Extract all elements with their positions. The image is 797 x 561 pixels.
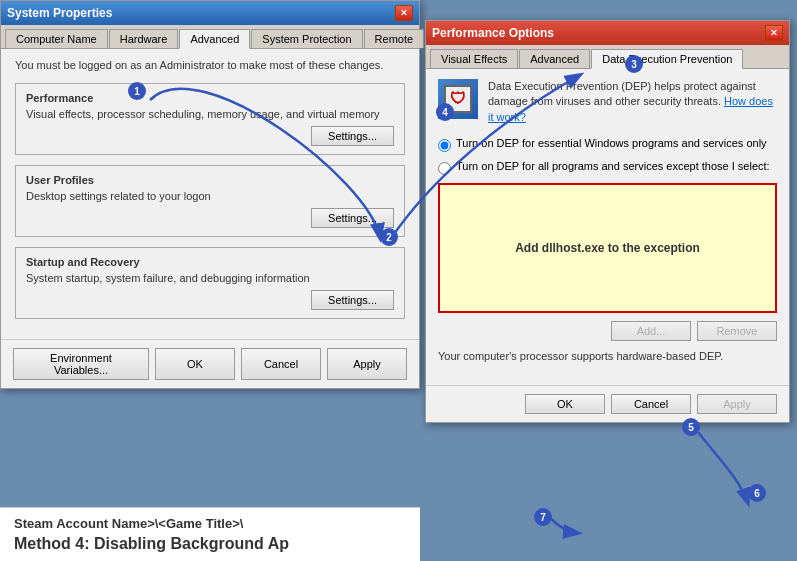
perf-titlebar-buttons: ✕ (765, 25, 783, 41)
user-profiles-section: User Profiles Desktop settings related t… (15, 165, 405, 237)
perf-opts-content: 🛡 Data Execution Prevention (DEP) helps … (426, 69, 789, 385)
dep-radio-essential-input[interactable] (438, 139, 451, 152)
dep-exception-list: Add dllhost.exe to the exception (438, 183, 777, 313)
annotation-5: 5 (682, 418, 700, 436)
tab-hardware[interactable]: Hardware (109, 29, 179, 48)
perf-apply-button[interactable]: Apply (697, 394, 777, 414)
tab-advanced-perf[interactable]: Advanced (519, 49, 590, 68)
startup-recovery-title: Startup and Recovery (26, 256, 394, 268)
dep-radio-all-input[interactable] (438, 162, 451, 175)
tab-remote[interactable]: Remote (364, 29, 425, 48)
system-props-titlebar: System Properties ✕ (1, 1, 419, 25)
startup-settings-button[interactable]: Settings... (311, 290, 394, 310)
dep-radio-essential-label: Turn on DEP for essential Windows progra… (456, 137, 767, 149)
tutorial-path: Steam Account Name>\<Game Title>\ (14, 516, 406, 531)
performance-options-window: Performance Options ✕ Visual Effects Adv… (425, 20, 790, 423)
admin-info-text: You must be logged on as an Administrato… (15, 59, 405, 71)
performance-section: Performance Visual effects, processor sc… (15, 83, 405, 155)
system-props-tabbar: Computer Name Hardware Advanced System P… (1, 25, 419, 49)
system-props-bottom-bar: Environment Variables... OK Cancel Apply (1, 339, 419, 388)
annotation-6: 6 (748, 484, 766, 502)
dep-add-button[interactable]: Add... (611, 321, 691, 341)
user-profiles-title: User Profiles (26, 174, 394, 186)
annotation-2: 2 (380, 228, 398, 246)
dep-remove-button[interactable]: Remove (697, 321, 777, 341)
annotation-3: 3 (625, 55, 643, 73)
dep-radio-all: Turn on DEP for all programs and service… (438, 160, 777, 175)
perf-ok-button[interactable]: OK (525, 394, 605, 414)
startup-recovery-section: Startup and Recovery System startup, sys… (15, 247, 405, 319)
system-props-cancel-button[interactable]: Cancel (241, 348, 321, 380)
environment-variables-button[interactable]: Environment Variables... (13, 348, 149, 380)
dep-radio-essential: Turn on DEP for essential Windows progra… (438, 137, 777, 152)
user-profiles-settings-button[interactable]: Settings... (311, 208, 394, 228)
system-props-ok-button[interactable]: OK (155, 348, 235, 380)
annotation-4: 4 (436, 103, 454, 121)
perf-close-button[interactable]: ✕ (765, 25, 783, 41)
performance-desc: Visual effects, processor scheduling, me… (26, 108, 394, 120)
startup-recovery-desc: System startup, system failure, and debu… (26, 272, 394, 284)
tutorial-bottom-bar: Steam Account Name>\<Game Title>\ Method… (0, 507, 420, 561)
annotation-7: 7 (534, 508, 552, 526)
system-props-title: System Properties (7, 6, 112, 20)
user-profiles-desc: Desktop settings related to your logon (26, 190, 394, 202)
tab-dep[interactable]: Data Execution Prevention (591, 49, 743, 69)
system-props-content: You must be logged on as an Administrato… (1, 49, 419, 339)
system-props-apply-button[interactable]: Apply (327, 348, 407, 380)
perf-opts-tabbar: Visual Effects Advanced Data Execution P… (426, 45, 789, 69)
performance-settings-button[interactable]: Settings... (311, 126, 394, 146)
dep-exception-label: Add dllhost.exe to the exception (515, 241, 700, 255)
dep-desc-text: Data Execution Prevention (DEP) helps pr… (488, 80, 756, 107)
dep-radio-all-label: Turn on DEP for all programs and service… (456, 160, 770, 172)
dep-header: 🛡 Data Execution Prevention (DEP) helps … (438, 79, 777, 125)
tab-visual-effects[interactable]: Visual Effects (430, 49, 518, 68)
perf-opts-bottom-bar: OK Cancel Apply (426, 385, 789, 422)
perf-opts-title: Performance Options (432, 26, 554, 40)
system-properties-window: System Properties ✕ Computer Name Hardwa… (0, 0, 420, 389)
annotation-1: 1 (128, 82, 146, 100)
tab-computer-name[interactable]: Computer Name (5, 29, 108, 48)
tab-advanced[interactable]: Advanced (179, 29, 250, 49)
dep-description: Data Execution Prevention (DEP) helps pr… (488, 79, 777, 125)
processor-support-text: Your computer's processor supports hardw… (438, 349, 777, 364)
performance-title: Performance (26, 92, 394, 104)
add-remove-row: Add... Remove (438, 321, 777, 341)
tutorial-method: Method 4: Disabling Background Ap (14, 535, 406, 553)
perf-opts-titlebar: Performance Options ✕ (426, 21, 789, 45)
close-button[interactable]: ✕ (395, 5, 413, 21)
perf-cancel-button[interactable]: Cancel (611, 394, 691, 414)
tab-system-protection[interactable]: System Protection (251, 29, 362, 48)
titlebar-buttons: ✕ (395, 5, 413, 21)
